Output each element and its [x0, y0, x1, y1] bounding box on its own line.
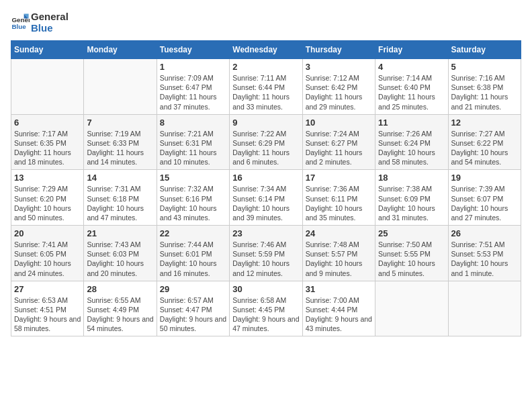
day-info: Sunrise: 6:55 AMSunset: 4:49 PMDaylight:… [87, 295, 153, 334]
day-info: Sunrise: 7:16 AMSunset: 6:38 PMDaylight:… [451, 73, 518, 111]
calendar-cell: 29Sunrise: 6:57 AMSunset: 4:47 PMDayligh… [157, 281, 229, 336]
day-info: Sunrise: 7:34 AMSunset: 6:14 PMDaylight:… [232, 184, 299, 222]
calendar-cell: 12Sunrise: 7:27 AMSunset: 6:22 PMDayligh… [448, 114, 521, 170]
logo-icon: General Blue [11, 13, 30, 32]
day-number: 25 [378, 228, 445, 238]
week-row-2: 6Sunrise: 7:17 AMSunset: 6:35 PMDaylight… [11, 114, 521, 170]
calendar-cell: 26Sunrise: 7:51 AMSunset: 5:53 PMDayligh… [448, 226, 521, 281]
calendar-cell [448, 281, 521, 336]
day-number: 30 [232, 284, 299, 294]
day-number: 1 [160, 62, 226, 72]
day-number: 8 [160, 118, 226, 128]
header-tuesday: Tuesday [157, 41, 229, 59]
logo-text-general: General [31, 11, 69, 22]
calendar-table: SundayMondayTuesdayWednesdayThursdayFrid… [11, 40, 521, 336]
day-number: 29 [160, 284, 226, 294]
week-row-5: 27Sunrise: 6:53 AMSunset: 4:51 PMDayligh… [11, 281, 521, 336]
day-number: 21 [87, 228, 153, 238]
day-info: Sunrise: 6:57 AMSunset: 4:47 PMDaylight:… [160, 295, 226, 334]
week-row-3: 13Sunrise: 7:29 AMSunset: 6:20 PMDayligh… [11, 170, 521, 226]
day-number: 6 [14, 118, 81, 128]
day-info: Sunrise: 7:46 AMSunset: 5:59 PMDaylight:… [232, 240, 299, 278]
day-number: 28 [87, 284, 153, 294]
calendar-cell: 27Sunrise: 6:53 AMSunset: 4:51 PMDayligh… [11, 281, 84, 336]
day-number: 26 [451, 228, 518, 238]
calendar-cell: 11Sunrise: 7:26 AMSunset: 6:24 PMDayligh… [375, 114, 448, 170]
calendar-cell: 6Sunrise: 7:17 AMSunset: 6:35 PMDaylight… [11, 114, 84, 170]
day-info: Sunrise: 7:12 AMSunset: 6:42 PMDaylight:… [306, 73, 372, 111]
calendar-cell: 14Sunrise: 7:31 AMSunset: 6:18 PMDayligh… [84, 170, 157, 226]
day-number: 13 [14, 173, 81, 183]
calendar-cell: 30Sunrise: 6:58 AMSunset: 4:45 PMDayligh… [230, 281, 302, 336]
day-number: 12 [451, 118, 518, 128]
calendar-cell: 28Sunrise: 6:55 AMSunset: 4:49 PMDayligh… [84, 281, 157, 336]
day-number: 3 [306, 62, 372, 72]
calendar-cell: 25Sunrise: 7:50 AMSunset: 5:55 PMDayligh… [375, 226, 448, 281]
day-number: 11 [378, 118, 445, 128]
day-info: Sunrise: 7:48 AMSunset: 5:57 PMDaylight:… [306, 240, 372, 278]
header-sunday: Sunday [11, 41, 84, 59]
day-info: Sunrise: 7:43 AMSunset: 6:03 PMDaylight:… [87, 240, 153, 278]
calendar-cell: 4Sunrise: 7:14 AMSunset: 6:40 PMDaylight… [375, 59, 448, 115]
day-number: 27 [14, 284, 81, 294]
calendar-cell: 2Sunrise: 7:11 AMSunset: 6:44 PMDaylight… [230, 59, 302, 115]
day-number: 23 [232, 228, 299, 238]
day-number: 15 [160, 173, 226, 183]
calendar-cell: 24Sunrise: 7:48 AMSunset: 5:57 PMDayligh… [302, 226, 375, 281]
day-info: Sunrise: 7:26 AMSunset: 6:24 PMDaylight:… [378, 129, 445, 167]
day-number: 10 [306, 118, 372, 128]
header-thursday: Thursday [302, 41, 375, 59]
calendar-cell: 22Sunrise: 7:44 AMSunset: 6:01 PMDayligh… [157, 226, 229, 281]
day-number: 14 [87, 173, 153, 183]
day-info: Sunrise: 7:27 AMSunset: 6:22 PMDaylight:… [451, 129, 518, 167]
calendar-cell: 17Sunrise: 7:36 AMSunset: 6:11 PMDayligh… [302, 170, 375, 226]
day-info: Sunrise: 7:09 AMSunset: 6:47 PMDaylight:… [160, 73, 226, 111]
day-info: Sunrise: 7:32 AMSunset: 6:16 PMDaylight:… [160, 184, 226, 222]
calendar-cell: 1Sunrise: 7:09 AMSunset: 6:47 PMDaylight… [157, 59, 229, 115]
calendar-cell [84, 59, 157, 115]
day-info: Sunrise: 7:00 AMSunset: 4:44 PMDaylight:… [306, 295, 372, 334]
day-info: Sunrise: 7:39 AMSunset: 6:07 PMDaylight:… [451, 184, 518, 222]
calendar-cell [11, 59, 84, 115]
calendar-cell: 21Sunrise: 7:43 AMSunset: 6:03 PMDayligh… [84, 226, 157, 281]
header-wednesday: Wednesday [230, 41, 302, 59]
day-info: Sunrise: 7:24 AMSunset: 6:27 PMDaylight:… [306, 129, 372, 167]
day-info: Sunrise: 7:50 AMSunset: 5:55 PMDaylight:… [378, 240, 445, 278]
day-info: Sunrise: 7:19 AMSunset: 6:33 PMDaylight:… [87, 129, 153, 167]
calendar-cell: 9Sunrise: 7:22 AMSunset: 6:29 PMDaylight… [230, 114, 302, 170]
week-row-4: 20Sunrise: 7:41 AMSunset: 6:05 PMDayligh… [11, 226, 521, 281]
day-info: Sunrise: 7:31 AMSunset: 6:18 PMDaylight:… [87, 184, 153, 222]
header-friday: Friday [375, 41, 448, 59]
day-info: Sunrise: 7:38 AMSunset: 6:09 PMDaylight:… [378, 184, 445, 222]
day-number: 7 [87, 118, 153, 128]
day-info: Sunrise: 7:21 AMSunset: 6:31 PMDaylight:… [160, 129, 226, 167]
day-info: Sunrise: 6:58 AMSunset: 4:45 PMDaylight:… [232, 295, 299, 334]
calendar-cell: 5Sunrise: 7:16 AMSunset: 6:38 PMDaylight… [448, 59, 521, 115]
day-number: 17 [306, 173, 372, 183]
calendar-cell: 8Sunrise: 7:21 AMSunset: 6:31 PMDaylight… [157, 114, 229, 170]
day-info: Sunrise: 7:11 AMSunset: 6:44 PMDaylight:… [232, 73, 299, 111]
day-info: Sunrise: 7:17 AMSunset: 6:35 PMDaylight:… [14, 129, 81, 167]
day-number: 5 [451, 62, 518, 72]
header-monday: Monday [84, 41, 157, 59]
calendar-cell: 7Sunrise: 7:19 AMSunset: 6:33 PMDaylight… [84, 114, 157, 170]
day-info: Sunrise: 7:14 AMSunset: 6:40 PMDaylight:… [378, 73, 445, 111]
logo: General Blue General Blue [11, 11, 69, 34]
day-info: Sunrise: 7:51 AMSunset: 5:53 PMDaylight:… [451, 240, 518, 278]
calendar-cell: 31Sunrise: 7:00 AMSunset: 4:44 PMDayligh… [302, 281, 375, 336]
header-saturday: Saturday [448, 41, 521, 59]
calendar-cell: 13Sunrise: 7:29 AMSunset: 6:20 PMDayligh… [11, 170, 84, 226]
calendar-cell: 18Sunrise: 7:38 AMSunset: 6:09 PMDayligh… [375, 170, 448, 226]
day-info: Sunrise: 7:36 AMSunset: 6:11 PMDaylight:… [306, 184, 372, 222]
day-number: 16 [232, 173, 299, 183]
calendar-cell [375, 281, 448, 336]
calendar-cell: 3Sunrise: 7:12 AMSunset: 6:42 PMDaylight… [302, 59, 375, 115]
logo-text-blue: Blue [31, 22, 69, 34]
day-number: 2 [232, 62, 299, 72]
week-row-1: 1Sunrise: 7:09 AMSunset: 6:47 PMDaylight… [11, 59, 521, 115]
day-number: 19 [451, 173, 518, 183]
day-number: 4 [378, 62, 445, 72]
day-info: Sunrise: 7:41 AMSunset: 6:05 PMDaylight:… [14, 240, 81, 278]
svg-text:Blue: Blue [11, 23, 26, 30]
day-number: 9 [232, 118, 299, 128]
